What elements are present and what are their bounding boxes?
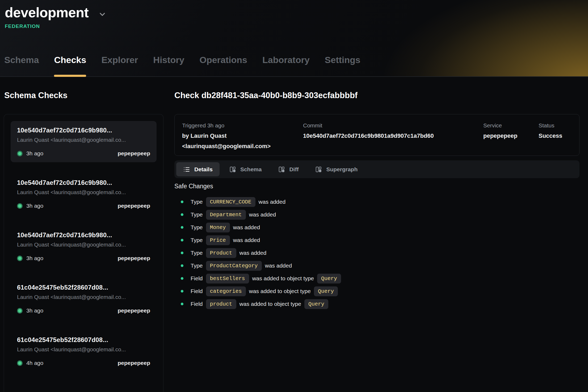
meta-service-column: Service pepepepeep (483, 120, 539, 150)
change-description: was added (233, 237, 260, 243)
check-meta-row: 3h ago pepepepeep (17, 307, 150, 314)
check-meta-panel: Triggered 3h ago by Laurin Quast <laurin… (174, 114, 579, 156)
view-tab[interactable]: Supergraph (308, 162, 364, 176)
check-hash: 10e540d7aef72c0d716c9b980... (17, 179, 150, 186)
federation-badge: FEDERATION (5, 23, 588, 29)
check-time: 3h ago (26, 203, 43, 209)
status-dot-icon (17, 360, 23, 366)
check-hash: 61c04e25475eb52f28607d08... (17, 336, 150, 344)
check-meta-row: 3h ago pepepepeep (17, 255, 150, 261)
change-code-badge: product (206, 299, 236, 309)
change-code-badge: categories (206, 286, 246, 296)
view-tab[interactable]: Diff (271, 162, 305, 176)
check-time: 3h ago (26, 255, 43, 261)
change-row: Type CURRENCY_CODE was added (174, 195, 344, 208)
check-service: pepepepeep (117, 255, 150, 261)
status-label: Status (539, 120, 572, 131)
change-row: Field product was added to object type Q… (174, 298, 344, 310)
check-author: Laurin Quast <laurinquast@googlemail.co.… (17, 137, 150, 143)
change-code-badge: Money (206, 223, 230, 232)
check-hash: 61c04e25475eb52f28607d08... (17, 284, 150, 291)
check-service: pepepepeep (117, 150, 150, 157)
schema-checks-list-panel: 10e540d7aef72c0d716c9b980... Laurin Quas… (4, 114, 163, 392)
sidebar-heading: Schema Checks (4, 91, 68, 100)
change-kind: Type (191, 211, 203, 218)
nav-tab[interactable]: Explorer (101, 55, 138, 65)
view-tab[interactable]: Details (176, 162, 220, 176)
view-tab[interactable]: Schema (222, 162, 269, 176)
status-dot-icon (17, 203, 23, 209)
chevron-down-icon (98, 10, 107, 19)
bullet-icon (181, 226, 183, 229)
check-list-item[interactable]: 61c04e25475eb52f28607d08... Laurin Quast… (11, 331, 157, 372)
change-description: was added (265, 262, 292, 269)
change-row: Type Product was added (174, 247, 344, 259)
org-switcher-button[interactable]: development (5, 4, 107, 21)
change-kind: Type (191, 237, 203, 243)
content-area: Schema Checks Check db28f481-35aa-40b0-b… (0, 77, 588, 391)
triggered-label: Triggered 3h ago (182, 120, 303, 131)
change-description: was added (249, 211, 276, 218)
change-code-badge: Product (206, 248, 236, 258)
check-author: Laurin Quast <laurinquast@googlemail.co.… (17, 346, 150, 353)
nav-tab[interactable]: Checks (54, 55, 86, 65)
check-service: pepepepeep (117, 203, 150, 209)
main-nav-tabs: Schema Checks Explorer History Operation… (4, 55, 360, 65)
change-row: Type Money was added (174, 221, 344, 234)
bullet-icon (181, 303, 183, 305)
commit-hash: 10e540d7aef72c0d716c9b9801a9d907c1a7bd60 (303, 131, 483, 141)
change-description: was added to object type (240, 301, 301, 307)
safe-changes-heading: Safe Changes (174, 183, 213, 190)
view-tab-label: Supergraph (326, 166, 358, 173)
change-kind: Field (191, 275, 203, 282)
check-list-item[interactable]: 10e540d7aef72c0d716c9b980... Laurin Quas… (11, 121, 157, 162)
change-description: was added (233, 224, 260, 231)
service-label: Service (483, 120, 539, 131)
check-service: pepepepeep (117, 360, 150, 366)
commit-label: Commit (303, 120, 483, 131)
change-target-badge: Query (317, 274, 341, 283)
change-code-badge: ProductCategory (206, 261, 262, 271)
status-dot-icon (17, 256, 23, 261)
bullet-icon (181, 201, 183, 203)
nav-tab[interactable]: Laboratory (262, 55, 310, 65)
change-kind: Type (191, 250, 203, 256)
list-icon (183, 166, 190, 173)
layout-panels-icon (315, 166, 322, 173)
change-row: Field bestSellers was added to object ty… (174, 272, 344, 285)
nav-tab[interactable]: Operations (199, 55, 247, 65)
bullet-icon (181, 213, 183, 216)
bullet-icon (181, 252, 183, 254)
change-row: Type Department was added (174, 208, 344, 221)
check-list-item[interactable]: 61c04e25475eb52f28607d08... Laurin Quast… (11, 278, 157, 319)
safe-changes-list: Type CURRENCY_CODE was added Type Depart… (174, 195, 344, 310)
bullet-icon (181, 277, 183, 280)
check-meta-row: 3h ago pepepepeep (17, 150, 150, 157)
check-hash: 10e540d7aef72c0d716c9b980... (17, 231, 150, 239)
meta-commit-column: Commit 10e540d7aef72c0d716c9b9801a9d907c… (303, 120, 483, 150)
bullet-icon (181, 290, 183, 293)
change-description: was added to object type (249, 288, 311, 294)
check-service: pepepepeep (117, 307, 150, 314)
check-list-item[interactable]: 10e540d7aef72c0d716c9b980... Laurin Quas… (11, 173, 157, 215)
meta-status-column: Status Success (539, 120, 572, 150)
check-meta-row: 4h ago pepepepeep (17, 360, 150, 366)
org-title: development (5, 4, 89, 21)
check-author: Laurin Quast <laurinquast@googlemail.co.… (17, 189, 150, 195)
layout-panels-icon (278, 166, 285, 173)
check-author: Laurin Quast <laurinquast@googlemail.co.… (17, 294, 150, 300)
change-kind: Type (191, 199, 203, 205)
page-header: development FEDERATION Schema Checks Exp… (0, 0, 588, 77)
change-code-badge: bestSellers (206, 274, 249, 283)
change-code-badge: CURRENCY_CODE (206, 197, 255, 207)
service-name: pepepepeep (483, 131, 539, 141)
view-tab-label: Schema (240, 166, 262, 173)
status-dot-icon (17, 151, 23, 156)
triggered-email: <laurinquast@googlemail.com> (182, 141, 303, 151)
check-list-item[interactable]: 10e540d7aef72c0d716c9b980... Laurin Quas… (11, 226, 157, 267)
nav-tab[interactable]: Schema (4, 55, 39, 65)
change-kind: Type (191, 262, 203, 269)
nav-tab[interactable]: Settings (325, 55, 360, 65)
nav-tab[interactable]: History (153, 55, 184, 65)
check-meta-row: 3h ago pepepepeep (17, 203, 150, 209)
